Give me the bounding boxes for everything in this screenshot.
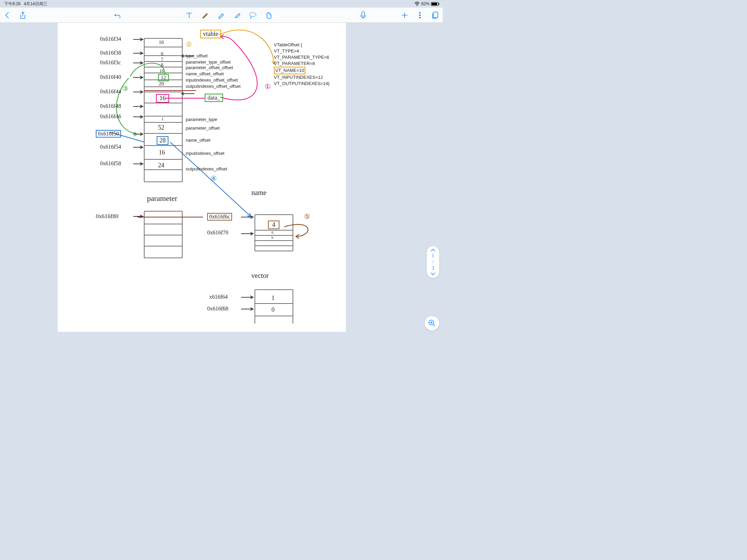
hdr-name: name <box>251 189 266 197</box>
svg-point-1 <box>250 12 256 17</box>
fl-poff2: parameter_offset <box>186 125 220 131</box>
enum-vt-ptype: VT_PARAMETER_TYPE=6 <box>274 54 330 60</box>
cell-16: 1 <box>271 295 275 302</box>
share-button[interactable] <box>19 11 27 19</box>
fl-poff: parameter_offset_offset <box>186 65 233 70</box>
enum-vt-outidx: VT_OUTPUTINDEXES=14} <box>274 81 330 87</box>
eraser-tool[interactable] <box>233 11 241 19</box>
lasso-tool[interactable] <box>249 11 257 19</box>
enum-vt-name: VT_NAME=10 <box>274 67 305 74</box>
hdr-parameter: parameter <box>147 194 177 203</box>
addr-4: 0x616f44 <box>100 88 121 95</box>
svg-point-3 <box>419 12 421 13</box>
vtable-enum: VTableOffset { VT_TYPE=4 VT_PARAMETER_TY… <box>274 42 330 87</box>
undo-button[interactable] <box>114 11 122 19</box>
addr-6: 0x616f46 <box>100 113 121 120</box>
marker-4: ④ <box>211 174 217 183</box>
hand-tool[interactable] <box>265 11 273 19</box>
addr-v1: 0x616f68 <box>207 306 228 312</box>
note-canvas[interactable]: VTableOffset { VT_TYPE=4 VT_PARAMETER_TY… <box>58 23 346 332</box>
addr-p0: 0x616f80 <box>96 213 118 220</box>
status-time: 下午8:26 <box>4 1 20 6</box>
fl-ptype2: parameter_type <box>186 117 217 122</box>
svg-point-5 <box>419 17 421 18</box>
enum-vt-inidx: VT_INPUTINDEXES=12 <box>274 74 330 81</box>
cell-9: 52 <box>158 124 164 131</box>
cell-17: 0 <box>271 306 275 314</box>
marker-3: ③ <box>122 84 128 93</box>
toolbar <box>0 8 443 23</box>
cell-3: 8 <box>161 62 164 68</box>
chevron-up-icon <box>430 248 436 252</box>
more-button[interactable] <box>416 11 424 19</box>
svg-rect-2 <box>362 12 365 16</box>
fl-name: name_offset_offset <box>186 71 224 76</box>
svg-point-4 <box>419 15 421 16</box>
text-tool[interactable] <box>185 11 193 19</box>
cell-14: 6 <box>271 230 274 234</box>
cell-13: 4 <box>268 221 279 229</box>
fl-ptype: parameter_type_offset <box>186 59 231 65</box>
addr-2: 0x616f3c <box>100 59 121 66</box>
label-data: data_ <box>205 94 223 102</box>
pen-tool[interactable] <box>201 11 209 19</box>
mic-button[interactable] <box>359 11 367 19</box>
page-scroller[interactable]: 1 ⁄ 3 <box>427 246 439 278</box>
marker-2: ② <box>186 40 192 48</box>
cell-11: 16 <box>159 149 165 156</box>
add-button[interactable] <box>400 11 409 19</box>
cell-15: h <box>271 235 274 240</box>
addr-7: 0x616f50 <box>96 130 121 138</box>
cell-12: 24 <box>158 162 164 169</box>
page-sep: ⁄ <box>433 259 433 265</box>
svg-rect-6 <box>433 12 438 18</box>
addr-n1: 0x616f70 <box>207 230 228 236</box>
highlighter-tool[interactable] <box>217 11 225 19</box>
fl-inidx2: inputindexes_offset <box>186 151 224 156</box>
cell-5: 16 <box>159 68 164 74</box>
cell-2: 7 <box>161 57 164 63</box>
label-vtable: vtable <box>200 30 221 38</box>
addr-v0: x616f64 <box>209 294 228 300</box>
zoom-in-icon <box>428 319 436 327</box>
fl-inidx: inputindexes_offset_offset <box>186 77 238 83</box>
hdr-vector: vector <box>251 272 269 280</box>
battery-icon <box>431 2 439 6</box>
page-total: 3 <box>432 265 434 271</box>
cell-10: 28 <box>157 136 168 145</box>
back-button[interactable] <box>3 11 12 19</box>
wifi-icon <box>414 2 420 6</box>
fl-outidx: outputindexes_offset_offset <box>186 84 241 89</box>
pages-button[interactable] <box>431 11 439 19</box>
status-battery: 82% <box>421 1 430 6</box>
cell-6: 20 <box>159 81 164 87</box>
addr-8: 0x616f54 <box>100 144 121 150</box>
page-current: 1 <box>432 253 434 259</box>
cell-8: 1 <box>162 116 164 122</box>
fl-name2: name_offset <box>186 138 210 143</box>
addr-1: 0x616f38 <box>100 50 121 56</box>
enum-vt-param: VT_PARAMETER=8 <box>274 60 330 67</box>
chevron-down-icon <box>430 272 436 276</box>
marker-5: ⑤ <box>304 212 310 221</box>
status-right: 82% <box>414 1 439 6</box>
addr-3: 0x616f40 <box>100 74 121 80</box>
status-bar: 下午8:26 4月14日周三 82% <box>0 0 443 8</box>
cell-7: 16 <box>156 94 169 103</box>
addr-0: 0x616f34 <box>100 36 121 42</box>
addr-5: 0x616f48 <box>100 103 121 109</box>
marker-1: ① <box>265 82 271 91</box>
enum-head: VTableOffset { <box>274 42 330 48</box>
watermark: © <box>432 314 436 318</box>
addr-9: 0x616f58 <box>100 160 121 167</box>
zoom-button[interactable] <box>425 316 439 330</box>
cell-0: 16 <box>159 39 164 45</box>
fl-type: type_offset <box>186 53 208 58</box>
enum-vt-type: VT_TYPE=4 <box>274 48 330 54</box>
svg-point-0 <box>417 5 417 6</box>
status-date: 4月14日周三 <box>24 1 47 6</box>
addr-n0: 0x616f6c <box>207 213 232 221</box>
cell-1: 0 <box>161 51 164 57</box>
fl-outidx2: outputindexes_offset <box>186 166 227 171</box>
cell-4: 12 <box>158 74 169 81</box>
